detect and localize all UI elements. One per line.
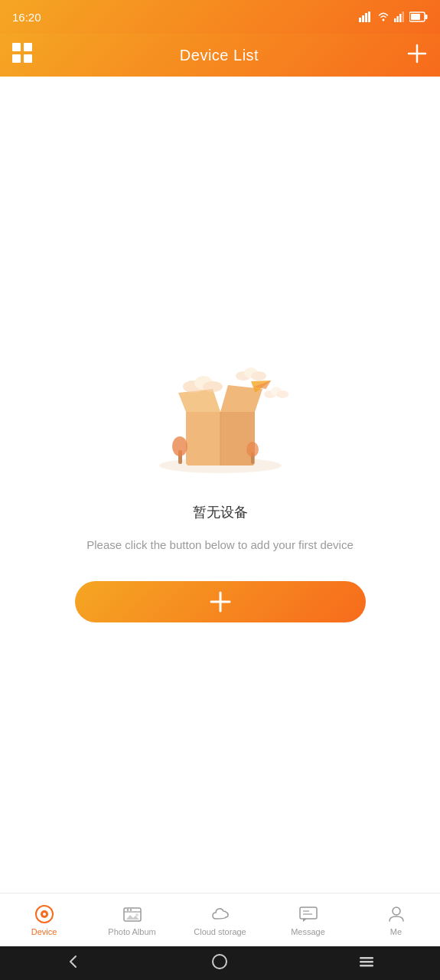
plus-icon [406,43,428,64]
empty-subtitle: Please click the button below to add you… [86,537,354,554]
svg-point-4 [383,19,385,21]
device-nav-icon [34,904,54,924]
svg-rect-10 [425,15,428,19]
svg-point-25 [251,371,266,381]
svg-rect-50 [360,965,373,967]
menu-button[interactable] [358,953,375,974]
nav-item-device[interactable]: Device [0,893,88,946]
svg-point-42 [135,913,139,916]
svg-rect-6 [397,16,399,22]
nav-item-me[interactable]: Me [352,893,440,946]
main-content: 暂无设备 Please click the button below to ad… [0,77,440,893]
system-bar [0,946,440,980]
grid-menu-button[interactable] [12,43,32,67]
wifi-icon [377,11,389,22]
home-icon [211,953,228,970]
svg-rect-8 [403,11,405,22]
empty-box-svg [136,347,305,485]
nav-label-device: Device [31,927,57,936]
svg-rect-0 [359,18,361,22]
back-icon [65,953,82,970]
svg-rect-14 [12,54,21,63]
svg-point-22 [203,381,223,392]
menu-icon [358,953,375,970]
status-bar: 16:20 [0,0,440,34]
photo-album-nav-icon [122,904,142,924]
svg-point-40 [126,909,128,910]
svg-point-47 [213,955,227,969]
svg-rect-13 [24,43,32,51]
add-device-header-button[interactable] [406,43,428,67]
svg-rect-1 [362,15,364,22]
signal-icon [359,11,373,22]
grid-icon [12,43,32,63]
me-nav-icon [386,904,406,924]
svg-rect-49 [360,961,373,963]
bottom-nav: Device Photo Album Cloud storage Message [0,893,440,946]
svg-point-30 [172,436,187,456]
nav-label-me: Me [390,927,402,936]
svg-point-32 [246,442,259,457]
svg-rect-43 [300,907,317,919]
nav-item-message[interactable]: Message [264,893,352,946]
svg-rect-15 [24,54,32,63]
svg-rect-3 [368,11,370,22]
message-nav-icon [298,904,318,924]
nav-item-photo-album[interactable]: Photo Album [88,893,176,946]
page-title: Device List [180,47,259,64]
svg-rect-12 [12,43,21,51]
status-icons [359,11,428,22]
cloud-storage-nav-icon [210,904,230,924]
svg-rect-48 [360,957,373,959]
status-time: 16:20 [12,11,41,24]
svg-point-46 [393,907,400,915]
svg-rect-5 [394,18,396,22]
app-header: Device List [0,34,440,77]
bars-icon [394,11,405,22]
empty-title: 暂无设备 [193,503,248,521]
svg-point-41 [129,909,131,910]
add-device-button[interactable] [75,581,366,622]
svg-rect-2 [365,13,367,22]
nav-label-cloud-storage: Cloud storage [194,927,246,936]
empty-illustration [136,347,305,485]
back-button[interactable] [65,953,82,974]
svg-rect-11 [411,14,420,20]
nav-item-cloud-storage[interactable]: Cloud storage [176,893,264,946]
svg-rect-7 [399,14,402,22]
add-button-plus-icon [208,590,233,614]
svg-point-37 [43,913,46,916]
nav-label-photo-album: Photo Album [108,927,155,936]
battery-icon [409,11,428,22]
nav-label-message: Message [291,927,325,936]
home-button[interactable] [211,953,228,974]
svg-point-28 [276,390,288,398]
